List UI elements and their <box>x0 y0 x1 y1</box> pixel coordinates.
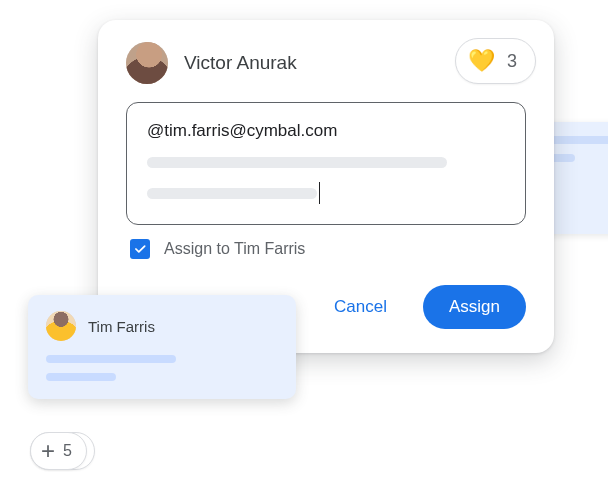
commenter-name: Victor Anurak <box>184 52 297 74</box>
mention-text: @tim.farris@cymbal.com <box>147 121 505 141</box>
heart-icon: 💛 <box>468 50 495 72</box>
placeholder-line <box>147 157 447 168</box>
reaction-count: 3 <box>507 51 517 72</box>
assign-label: Assign to Tim Farris <box>164 240 305 258</box>
reaction-count: 5 <box>63 442 72 460</box>
commenter-avatar <box>126 42 168 84</box>
check-icon <box>133 242 147 256</box>
reaction-heart[interactable]: 💛 3 <box>455 38 536 84</box>
reaction-add[interactable]: + 5 <box>30 432 87 470</box>
placeholder-line <box>46 355 176 363</box>
assignee-card[interactable]: Tim Farris <box>28 295 296 399</box>
assign-button[interactable]: Assign <box>423 285 526 329</box>
assignee-avatar <box>46 311 76 341</box>
assign-checkbox[interactable] <box>130 239 150 259</box>
cancel-button[interactable]: Cancel <box>308 285 413 329</box>
assign-row: Assign to Tim Farris <box>126 239 526 259</box>
input-line-2 <box>147 182 505 204</box>
placeholder-line <box>147 188 317 199</box>
comment-input[interactable]: @tim.farris@cymbal.com <box>126 102 526 225</box>
placeholder-line <box>46 373 116 381</box>
assignee-name: Tim Farris <box>88 318 155 335</box>
plus-icon: + <box>41 439 55 463</box>
text-caret <box>319 182 320 204</box>
assignee-header: Tim Farris <box>46 311 278 341</box>
stage: Victor Anurak @tim.farris@cymbal.com Ass… <box>0 0 608 500</box>
